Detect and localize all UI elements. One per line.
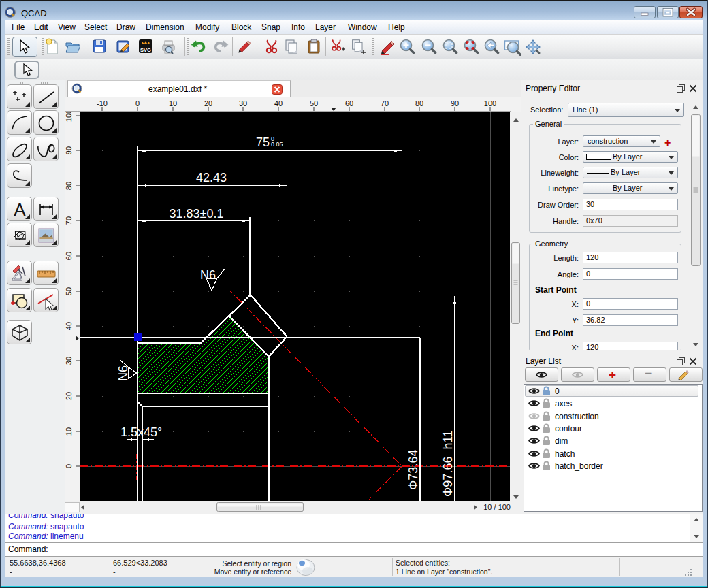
svg-text:20: 20: [65, 392, 73, 400]
svg-text:0: 0: [65, 464, 73, 468]
svg-text:30: 30: [239, 99, 247, 108]
svg-text:70: 70: [65, 216, 73, 225]
svg-text:50: 50: [65, 287, 73, 295]
svg-text:60: 60: [345, 99, 353, 108]
svg-text:100: 100: [484, 99, 496, 108]
svg-text:40: 40: [65, 322, 73, 330]
svg-text:31.83±0.1: 31.83±0.1: [170, 207, 224, 220]
svg-text:20: 20: [204, 99, 212, 108]
svg-text:80: 80: [415, 99, 423, 108]
svg-text:100: 100: [65, 112, 73, 122]
svg-text:50: 50: [310, 99, 318, 108]
svg-text:10 / 100: 10 / 100: [483, 503, 511, 511]
svg-text:0.05: 0.05: [271, 141, 283, 148]
svg-text:10: 10: [65, 427, 73, 436]
svg-text:1.5x45°: 1.5x45°: [120, 425, 162, 439]
svg-text:70: 70: [381, 99, 389, 108]
svg-text:80: 80: [65, 182, 73, 190]
svg-text:Φ73.64: Φ73.64: [406, 450, 420, 490]
svg-text:N6: N6: [116, 365, 130, 381]
svg-text:60: 60: [65, 252, 73, 260]
svg-text:-10: -10: [97, 99, 108, 108]
svg-text:30: 30: [65, 357, 73, 365]
svg-text:40: 40: [274, 99, 283, 108]
svg-text:90: 90: [451, 99, 459, 108]
svg-text:90: 90: [65, 146, 73, 154]
svg-text:75: 75: [256, 135, 270, 149]
svg-text:Φ97.66 h11: Φ97.66 h11: [441, 430, 455, 497]
svg-text:10: 10: [169, 99, 177, 108]
svg-text:N6: N6: [200, 268, 216, 282]
svg-text:SVG: SVG: [140, 47, 151, 53]
svg-text:A: A: [14, 199, 26, 220]
svg-text:42.43: 42.43: [196, 171, 227, 184]
svg-text:0: 0: [135, 99, 140, 108]
